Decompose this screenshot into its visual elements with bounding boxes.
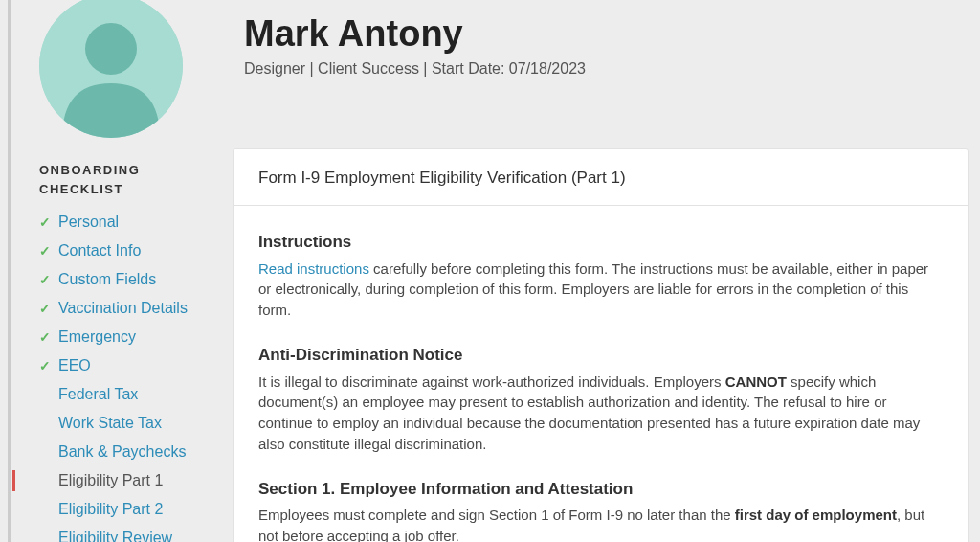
person-header: Mark Antony Designer | Client Success | … — [233, 4, 969, 78]
sidebar-item-label: Bank & Paychecks — [58, 440, 186, 463]
window-edge — [8, 0, 11, 542]
sidebar-item-federal-tax[interactable]: Federal Tax — [39, 380, 221, 409]
sidebar-item-label: Emergency — [58, 326, 136, 349]
anti-discrimination-pre: It is illegal to discriminate against wo… — [258, 373, 725, 390]
sidebar-item-personal[interactable]: ✓ Personal — [39, 208, 221, 237]
sidebar-title: ONBOARDING CHECKLIST — [39, 161, 221, 198]
section1-heading: Section 1. Employee Information and Atte… — [258, 478, 943, 502]
anti-discrimination-paragraph: It is illegal to discriminate against wo… — [258, 372, 943, 455]
avatar-placeholder-icon — [39, 0, 183, 138]
sidebar-item-label: Eligibility Part 1 — [58, 469, 163, 492]
sidebar-item-eligibility-review[interactable]: Eligibility Review — [39, 524, 221, 542]
sidebar-item-eligibility-part-2[interactable]: Eligibility Part 2 — [39, 495, 221, 524]
sidebar-item-label: Eligibility Review — [58, 527, 172, 542]
check-icon: ✓ — [39, 299, 58, 319]
anti-discrimination-heading: Anti-Discrimination Notice — [258, 344, 943, 368]
sidebar-item-emergency[interactable]: ✓ Emergency — [39, 323, 221, 351]
person-name: Mark Antony — [244, 13, 969, 55]
sidebar-item-label: EEO — [58, 354, 91, 377]
sidebar-item-bank-paychecks[interactable]: Bank & Paychecks — [39, 438, 221, 466]
section1-paragraph: Employees must complete and sign Section… — [258, 505, 943, 542]
section1-pre: Employees must complete and sign Section… — [258, 507, 735, 523]
sidebar-title-line1: ONBOARDING — [39, 163, 140, 177]
onboarding-checklist: ✓ Personal ✓ Contact Info ✓ Custom Field… — [39, 208, 221, 542]
avatar — [39, 0, 183, 138]
sidebar-item-label: Work State Tax — [58, 412, 162, 435]
check-icon: ✓ — [39, 356, 58, 376]
sidebar-item-label: Federal Tax — [58, 383, 138, 406]
check-icon: ✓ — [39, 213, 58, 233]
sidebar-item-label: Custom Fields — [58, 268, 156, 291]
sidebar-item-label: Contact Info — [58, 239, 141, 262]
read-instructions-link[interactable]: Read instructions — [258, 260, 369, 277]
card-title: Form I-9 Employment Eligibility Verifica… — [234, 149, 968, 206]
person-meta: Designer | Client Success | Start Date: … — [244, 60, 969, 78]
card-body: Instructions Read instructions carefully… — [234, 206, 968, 542]
anti-discrimination-strong: CANNOT — [725, 373, 787, 390]
check-icon: ✓ — [39, 327, 58, 348]
form-card: Form I-9 Employment Eligibility Verifica… — [233, 148, 969, 542]
instructions-heading: Instructions — [258, 231, 943, 255]
sidebar-title-line2: CHECKLIST — [39, 182, 123, 196]
sidebar: ONBOARDING CHECKLIST ✓ Personal ✓ Contac… — [12, 0, 233, 542]
check-icon: ✓ — [39, 241, 58, 261]
sidebar-item-vaccination-details[interactable]: ✓ Vaccination Details — [39, 294, 221, 323]
sidebar-item-label: Vaccination Details — [58, 297, 188, 320]
main-content: Mark Antony Designer | Client Success | … — [233, 0, 980, 542]
sidebar-item-work-state-tax[interactable]: Work State Tax — [39, 409, 221, 438]
sidebar-item-eligibility-part-1[interactable]: Eligibility Part 1 — [39, 466, 221, 495]
svg-point-1 — [85, 23, 137, 75]
sidebar-item-custom-fields[interactable]: ✓ Custom Fields — [39, 265, 221, 294]
sidebar-item-contact-info[interactable]: ✓ Contact Info — [39, 237, 221, 265]
sidebar-item-label: Eligibility Part 2 — [58, 498, 163, 521]
sidebar-item-label: Personal — [58, 211, 119, 234]
sidebar-item-eeo[interactable]: ✓ EEO — [39, 351, 221, 380]
check-icon: ✓ — [39, 270, 58, 290]
section1-strong: first day of employment — [735, 507, 897, 523]
instructions-paragraph: Read instructions carefully before compl… — [258, 259, 943, 321]
